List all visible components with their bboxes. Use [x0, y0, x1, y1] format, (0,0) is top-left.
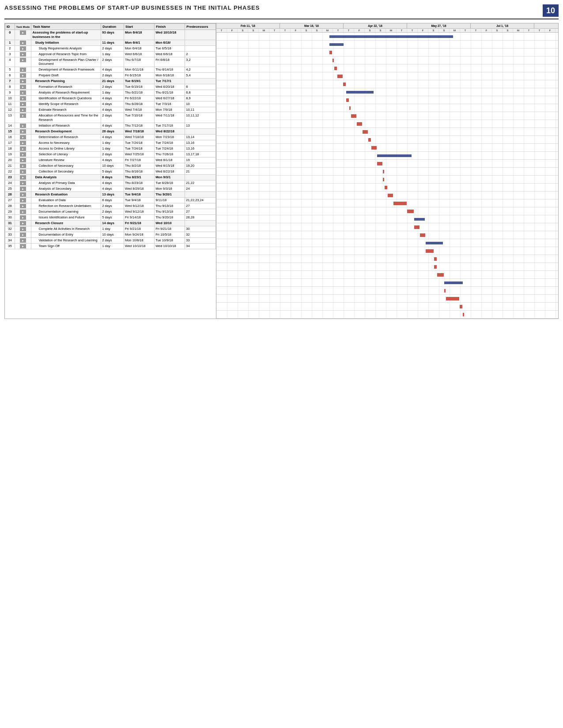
gantt-vgrid: [344, 311, 344, 318]
task-id: 5: [5, 67, 15, 73]
gantt-vgrid: [344, 247, 344, 255]
gantt-vgrid: [428, 64, 429, 72]
task-mode: ▶: [15, 101, 31, 107]
gantt-bar: [388, 194, 393, 197]
gantt-vgrid: [418, 120, 418, 128]
gantt-vgrid: [344, 176, 344, 183]
gantt-vgrid: [524, 239, 524, 247]
task-name: Analysis of Secondary: [31, 186, 101, 191]
gantt-row: [216, 239, 559, 247]
gantt-vgrid: [513, 112, 514, 120]
gantt-vgrid: [280, 279, 280, 286]
gantt-vgrid: [333, 152, 333, 159]
gantt-vgrid: [471, 255, 471, 263]
gantt-vgrid: [269, 168, 270, 175]
task-finish: Thu 7/26/18: [155, 151, 185, 157]
gantt-vgrid: [513, 279, 514, 286]
gantt-vgrid: [418, 160, 418, 167]
gantt-row: [216, 231, 559, 239]
gantt-vgrid: [365, 255, 365, 263]
gantt-vgrid: [503, 207, 503, 215]
gantt-vgrid: [503, 239, 503, 247]
gantt-vgrid: [513, 287, 514, 294]
gantt-vgrid: [365, 279, 365, 286]
gantt-vgrid: [471, 176, 471, 183]
gantt-vgrid: [545, 128, 545, 135]
gantt-vgrid: [534, 120, 535, 128]
gantt-vgrid: [439, 176, 439, 183]
gantt-vgrid: [407, 231, 408, 239]
gantt-vgrid: [269, 152, 270, 159]
gantt-vgrid: [344, 207, 344, 215]
task-id: 13: [5, 113, 15, 123]
task-mode: ▶: [15, 191, 31, 197]
gantt-vgrid: [354, 120, 355, 128]
gantt-vgrid: [333, 176, 333, 183]
gantt-vgrid: [344, 49, 344, 56]
task-start: Wed 7/4/18: [124, 107, 154, 113]
gantt-vgrid: [259, 311, 259, 318]
gantt-row: [216, 96, 559, 104]
gantt-vgrid: [397, 168, 397, 175]
gantt-vgrid: [269, 33, 270, 40]
task-id: 2: [5, 45, 15, 51]
task-mode: ▶: [15, 96, 31, 101]
task-finish: Wed 8/15/18: [155, 163, 185, 169]
gantt-vgrid: [524, 128, 524, 135]
gantt-vgrid: [503, 96, 503, 104]
gantt-vgrid: [418, 41, 418, 48]
gantt-vgrid: [301, 295, 302, 302]
task-mode-icon: ▶: [20, 68, 26, 72]
gantt-vgrid: [513, 136, 514, 143]
gantt-vgrid: [344, 144, 344, 151]
gantt-vgrid: [481, 41, 482, 48]
table-row: 18 ▶ Access to Online Library 1 day Tue …: [5, 146, 216, 151]
task-duration: 1 day: [101, 140, 124, 146]
gantt-vgrid: [344, 88, 344, 96]
gantt-vgrid: [439, 231, 439, 239]
task-id: 30: [5, 214, 15, 220]
gantt-day-cell: T: [280, 29, 291, 32]
gantt-vgrid: [238, 72, 238, 80]
table-row: 10 ▶ Identification of Research Question…: [5, 96, 216, 101]
gantt-vgrid: [216, 215, 217, 223]
gantt-vgrid: [524, 144, 524, 151]
gantt-vgrid: [312, 112, 312, 120]
gantt-vgrid: [418, 295, 418, 302]
gantt-vgrid: [407, 255, 408, 263]
gantt-vgrid: [534, 160, 535, 167]
task-mode-icon: ▶: [20, 175, 26, 180]
gantt-vgrid: [227, 191, 227, 199]
task-mode-icon: ▶: [20, 108, 26, 112]
gantt-vgrid: [407, 184, 408, 191]
gantt-vgrid: [344, 152, 344, 159]
gantt-vgrid: [407, 247, 408, 255]
gantt-vgrid: [418, 184, 418, 191]
gantt-vgrid: [227, 231, 227, 239]
task-mode-icon: ▶: [20, 181, 26, 185]
gantt-vgrid: [386, 80, 386, 88]
gantt-vgrid: [248, 263, 249, 270]
gantt-vgrid: [375, 64, 376, 72]
gantt-vgrid: [280, 207, 280, 215]
gantt-vgrid: [439, 263, 439, 270]
gantt-vgrid: [375, 49, 376, 56]
gantt-vgrid: [407, 168, 408, 175]
gantt-vgrid: [322, 33, 323, 40]
gantt-vgrid: [418, 287, 418, 294]
task-id: 1: [5, 40, 15, 45]
gantt-day-cell: M: [386, 29, 397, 32]
task-finish: Wed 6/27/18: [155, 96, 185, 101]
gantt-vgrid: [248, 199, 249, 207]
task-finish: Tue 7/24/18: [155, 146, 185, 151]
task-name: Data Analysis: [31, 174, 101, 180]
gantt-vgrid: [418, 247, 418, 255]
gantt-vgrid: [513, 199, 514, 207]
gantt-vgrid: [555, 207, 556, 215]
gantt-vgrid: [248, 176, 249, 183]
gantt-vgrid: [375, 311, 376, 318]
gantt-vgrid: [513, 239, 514, 247]
gantt-vgrid: [524, 33, 524, 40]
gantt-vgrid: [301, 33, 302, 40]
gantt-vgrid: [460, 255, 461, 263]
